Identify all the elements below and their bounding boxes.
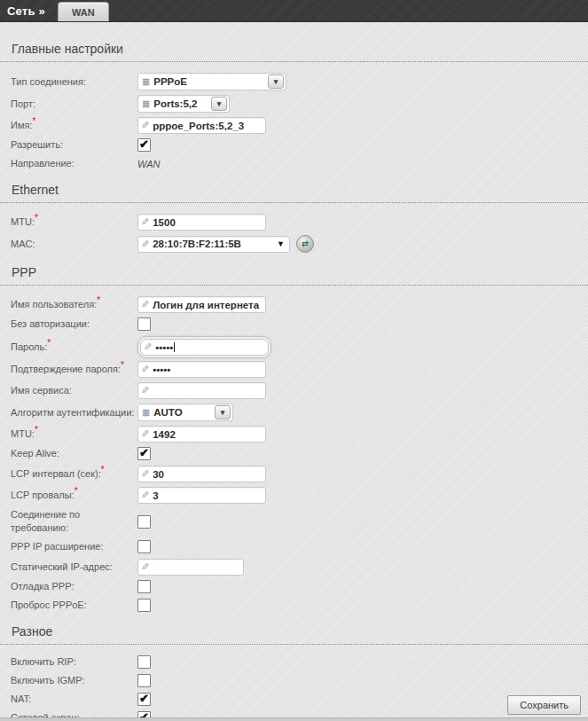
top-navigation-bar: Сеть » WAN (0, 0, 588, 22)
password-dots: ••••• (153, 364, 170, 375)
auth-algorithm-select[interactable]: ≣ AUTO ▾ (137, 404, 233, 421)
pencil-icon: ✎ (141, 561, 149, 573)
ethernet-mtu-input[interactable]: ✎ 1500 (137, 214, 266, 231)
field-row-no-auth: Без авторизации: (0, 317, 588, 331)
field-label: Включить IGMP: (11, 675, 85, 686)
chevron-down-icon[interactable]: ▾ (211, 97, 227, 111)
rip-checkbox[interactable] (137, 655, 151, 669)
list-icon: ≣ (142, 98, 149, 110)
field-row-dial-on-demand: Соединение по требованию: (0, 508, 588, 535)
field-label: PPP IP расширение: (11, 541, 103, 552)
pencil-icon: ✎ (141, 120, 149, 131)
chevron-down-icon[interactable]: ▾ (268, 74, 284, 89)
chevron-down-icon[interactable]: ▾ (215, 405, 231, 419)
field-row-eth-mtu: MTU:* ✎ 1500 (0, 214, 588, 231)
direction-value: WAN (137, 159, 160, 169)
save-button[interactable]: Сохранить (507, 695, 581, 715)
enable-checkbox[interactable] (137, 138, 151, 152)
field-label: Включить RIP: (11, 656, 76, 667)
ppp-mtu-input[interactable]: ✎ 1492 (137, 426, 266, 443)
clone-mac-icon: ⇄ (302, 239, 309, 248)
field-row-ppp-ip-extension: PPP IP расширение: (0, 540, 588, 553)
dial-on-demand-checkbox[interactable] (137, 515, 151, 529)
field-label: NAT: (11, 694, 31, 704)
field-label: Соединение по требованию: (11, 509, 80, 533)
input-value: Логин для интернета (153, 300, 259, 310)
section-title-ethernet: Ethernet (0, 177, 588, 203)
field-label: Пароль: (11, 341, 47, 352)
text-caret (174, 342, 175, 352)
field-row-lcp-fails: LCP провалы:* ✎ 3 (0, 487, 588, 504)
field-label: Имя сервиса: (11, 385, 72, 396)
field-label: LCP интервал (сек): (11, 468, 101, 479)
lcp-interval-input[interactable]: ✎ 30 (137, 466, 266, 482)
section-title-misc: Разное (0, 619, 588, 645)
field-label: Имя пользователя: (11, 299, 97, 310)
input-value: 3 (153, 490, 158, 501)
field-row-enable: Разрешить: (0, 138, 588, 152)
field-label: Направление: (11, 158, 74, 168)
input-value: 1492 (153, 429, 176, 440)
keep-alive-checkbox[interactable] (137, 447, 151, 460)
field-row-nat: NAT: (0, 693, 588, 706)
field-label: Тип соединения: (11, 76, 86, 87)
section-title-ppp: PPP (0, 260, 588, 286)
pencil-icon: ✎ (141, 239, 149, 250)
connection-type-select[interactable]: ≣ PPPoE ▾ (137, 73, 286, 90)
username-input[interactable]: ✎ Логин для интернета (137, 296, 266, 313)
field-label: Разрешить: (11, 139, 63, 150)
clone-mac-button[interactable]: ⇄ (296, 235, 314, 253)
field-label: MAC: (11, 239, 35, 249)
pencil-icon: ✎ (144, 341, 152, 353)
required-asterisk: * (74, 486, 78, 496)
field-label: MTU: (11, 428, 35, 439)
field-row-service-name: Имя сервиса: ✎ (0, 382, 588, 399)
pencil-icon: ✎ (141, 490, 149, 501)
required-asterisk: * (32, 116, 35, 126)
field-label: Алгоритм аутентификации: (11, 407, 134, 418)
field-row-password: Пароль:* ✎ ••••• (0, 336, 588, 358)
field-label: Подтверждение пароля: (11, 364, 121, 374)
nat-checkbox[interactable] (137, 693, 151, 706)
mac-address-input[interactable]: ✎ 28:10:7B:F2:11:5B ▼ (137, 236, 290, 253)
field-row-auth-algorithm: Алгоритм аутентификации: ≣ AUTO ▾ (0, 404, 588, 421)
password-input[interactable]: ✎ ••••• (140, 339, 269, 356)
field-label: Порт: (11, 98, 35, 109)
field-row-rip: Включить RIP: (0, 655, 588, 669)
lcp-fails-input[interactable]: ✎ 3 (137, 487, 266, 504)
igmp-checkbox[interactable] (137, 674, 151, 687)
select-value: PPPoE (153, 76, 264, 87)
ppp-debug-checkbox[interactable] (137, 580, 151, 593)
tab-wan[interactable]: WAN (58, 2, 109, 21)
list-icon: ≣ (142, 76, 149, 88)
service-name-input[interactable]: ✎ (137, 382, 266, 399)
list-icon: ≣ (142, 407, 149, 419)
field-row-ppp-debug: Отладка PPP: (0, 580, 588, 593)
pencil-icon: ✎ (141, 299, 149, 310)
port-select[interactable]: ≣ Ports:5,2 ▾ (137, 95, 230, 113)
input-value: 30 (153, 469, 164, 480)
pencil-icon: ✎ (141, 364, 149, 375)
name-input[interactable]: ✎ pppoe_Ports:5,2_3 (137, 117, 266, 134)
ppp-ip-extension-checkbox[interactable] (137, 540, 151, 553)
static-ip-input[interactable]: ✎ (137, 559, 244, 576)
wan-settings-form: Главные настройки Тип соединения: ≣ PPPo… (0, 22, 588, 721)
required-asterisk: * (35, 425, 38, 435)
mac-dropdown-arrow-icon[interactable]: ▼ (277, 239, 285, 248)
input-value: pppoe_Ports:5,2_3 (153, 121, 244, 131)
password-confirm-input[interactable]: ✎ ••••• (137, 361, 266, 378)
password-focus-ring: ✎ ••••• (137, 336, 271, 358)
field-label: Статический IP-адрес: (11, 561, 113, 572)
field-row-port: Порт: ≣ Ports:5,2 ▾ (0, 95, 588, 113)
field-row-igmp: Включить IGMP: (0, 674, 588, 687)
field-row-password-confirm: Подтверждение пароля:* ✎ ••••• (0, 361, 588, 378)
field-row-connection-type: Тип соединения: ≣ PPPoE ▾ (0, 73, 588, 90)
select-value: AUTO (153, 407, 211, 418)
pencil-icon: ✎ (141, 216, 149, 228)
section-title-main: Главные настройки (0, 36, 588, 62)
field-label: MTU: (11, 216, 35, 227)
breadcrumb[interactable]: Сеть » (0, 4, 54, 21)
no-auth-checkbox[interactable] (137, 317, 151, 331)
pppoe-passthrough-checkbox[interactable] (137, 599, 151, 612)
page-bottom-divider (0, 717, 588, 721)
